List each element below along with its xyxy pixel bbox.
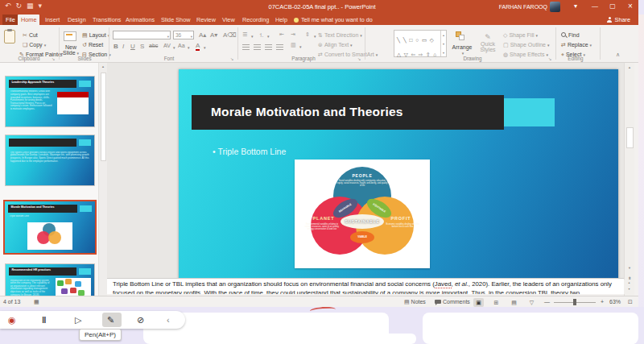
citation-link[interactable]: Javed <box>435 280 452 288</box>
columns-icon[interactable]: ▥ <box>291 42 296 48</box>
shape-fill-button[interactable]: ◇Shape Fill▾ <box>503 32 538 39</box>
scroll-down-icon[interactable]: ▼ <box>625 266 634 270</box>
slide-thumbnail-4[interactable]: Recommended HR practices Introduction of… <box>6 264 94 296</box>
reset-button[interactable]: ↺Reset <box>82 42 103 48</box>
line-spacing-icon[interactable]: ⇕ <box>305 31 310 38</box>
tab-recording[interactable]: Recording <box>239 15 272 25</box>
underline-button[interactable]: U <box>130 43 135 50</box>
character-spacing-button[interactable]: AV <box>163 43 171 48</box>
convert-smartart-button[interactable]: ⇄Convert to SmartArt▾ <box>318 52 378 58</box>
slide-editing-area[interactable]: Morale Motivation and Theories • Triple … <box>179 69 618 278</box>
new-slide-button[interactable]: NewSlide▾ <box>63 44 79 56</box>
tab-home[interactable]: Home <box>18 15 39 25</box>
notes-text[interactable]: Triple Bottom Line or TBL implies that a… <box>113 280 612 294</box>
slide-title[interactable]: Morale Motivation and Theories <box>211 105 403 119</box>
recording-toolbar[interactable]: ◉ ‖ ▷ ✎ ⊘ ‹ <box>0 311 185 329</box>
tab-design[interactable]: Design <box>64 15 89 25</box>
scroll-up-icon[interactable]: ▲ <box>625 65 634 69</box>
slideshow-view-button[interactable]: ▽ <box>526 298 537 307</box>
numbering-icon[interactable]: ⒈ <box>258 31 264 39</box>
shape-outline-button[interactable]: ▢Shape Outline▾ <box>503 42 550 48</box>
minimize-button[interactable]: — <box>588 2 602 10</box>
tab-review[interactable]: Review <box>193 15 219 25</box>
slide-thumbnail-1[interactable]: Leadership Approach Theories Transformat… <box>6 77 94 126</box>
tab-slide-show[interactable]: Slide Show <box>158 15 194 25</box>
record-icon[interactable]: ◉ <box>8 314 16 325</box>
bullets-icon[interactable]: ☰ <box>242 31 247 38</box>
zoom-slider-handle[interactable] <box>573 299 576 305</box>
zoom-in-icon[interactable]: + <box>601 299 604 305</box>
pen-icon[interactable]: ✎ <box>107 314 114 325</box>
slide-thumbnail-3-selected[interactable]: Morale Motivation and Theories Triple Bo… <box>5 201 95 253</box>
copy-button[interactable]: ❏Copy▾ <box>23 42 46 48</box>
shrink-font-icon[interactable]: A▾ <box>210 31 217 39</box>
align-center-icon[interactable] <box>254 44 261 50</box>
slide-bullet[interactable]: • Triple Bottom Line <box>213 147 286 156</box>
zoom-percentage[interactable]: 63% <box>609 299 621 305</box>
user-name[interactable]: FARHAN FAROOQ <box>499 4 547 10</box>
slide-thumbnail-2[interactable]: The Sports Direct provides various leisu… <box>6 135 94 185</box>
drawing-launcher-icon[interactable]: ↘ <box>548 56 551 61</box>
grow-font-icon[interactable]: A▴ <box>199 31 206 39</box>
tab-help[interactable]: Help <box>272 15 291 25</box>
quick-styles-button[interactable]: ✎QuickStyles <box>478 33 497 52</box>
eraser-icon[interactable]: ⊘ <box>137 314 144 325</box>
change-case-button[interactable]: Aa <box>178 43 185 48</box>
notes-pane[interactable]: Triple Bottom Line or TBL implies that a… <box>107 278 624 294</box>
font-name-combo[interactable]: ▾ <box>113 31 171 39</box>
collapse-ribbon-icon[interactable]: ∧ <box>616 52 620 58</box>
slide-sorter-view-button[interactable]: ⊞ <box>491 298 502 307</box>
align-right-icon[interactable] <box>265 44 272 50</box>
reading-view-button[interactable]: ▤ <box>509 298 519 307</box>
main-vertical-scrollbar[interactable]: ▲ ▼ ⇞ ⇟ <box>624 63 634 296</box>
clipboard-launcher-icon[interactable]: ↘ <box>52 56 55 61</box>
replace-button[interactable]: ⇄Replace▾ <box>561 42 592 48</box>
user-avatar[interactable] <box>550 2 560 12</box>
comments-toggle[interactable]: Comments <box>435 299 470 305</box>
fit-to-window-icon[interactable]: ⊡ <box>628 299 633 305</box>
paragraph-launcher-icon[interactable]: ↘ <box>357 56 361 61</box>
shapes-gallery[interactable]: ╲ ╲ □ ○ ▭ ◇ △ ▽ ⇦ ⇨ ⇧ ⌂ ☆ ⌒ { } ∿ ◇ ▴▾▾ <box>394 30 447 57</box>
font-launcher-icon[interactable]: ↘ <box>230 56 233 61</box>
decrease-indent-icon[interactable]: ⇤ <box>279 31 284 38</box>
bold-button[interactable]: B <box>114 43 118 50</box>
maximize-button[interactable]: ▢ <box>605 2 620 10</box>
venn-diagram-image[interactable]: BEARABLE EQUITABLE VIABLE SUSTAINABLE PE… <box>295 160 430 268</box>
strikethrough-button[interactable]: abc <box>149 43 158 48</box>
text-direction-button[interactable]: ⇅Text Direction▾ <box>318 32 362 39</box>
text-shadow-button[interactable]: S <box>140 43 144 50</box>
justify-icon[interactable] <box>276 44 283 50</box>
shapes-gallery-scrollbar[interactable]: ▴▾▾ <box>440 31 446 56</box>
banner-accent-rect[interactable] <box>504 98 555 126</box>
share-button[interactable]: Share <box>607 15 630 25</box>
paste-button[interactable] <box>4 30 15 44</box>
tell-me-box[interactable]: Tell me what you want to do <box>294 15 373 25</box>
tab-animations[interactable]: Animations <box>122 15 158 25</box>
pointer-icon[interactable]: ▷ <box>75 314 81 325</box>
close-button[interactable]: × <box>623 2 638 10</box>
font-color-button[interactable]: A <box>196 43 200 51</box>
align-left-icon[interactable] <box>242 44 250 50</box>
normal-view-button[interactable]: ▣ <box>473 298 484 307</box>
font-size-combo[interactable]: 36▾ <box>173 31 194 39</box>
collapse-toolbar-icon[interactable]: ‹ <box>167 314 170 325</box>
tab-view[interactable]: View <box>219 15 238 25</box>
zoom-out-icon[interactable]: — <box>544 299 550 305</box>
notes-toggle[interactable]: ▤ Notes <box>404 299 426 305</box>
increase-indent-icon[interactable]: ⇥ <box>291 31 295 38</box>
thumbnail-panel-scrollbar[interactable]: ▲ <box>98 63 107 296</box>
cut-button[interactable]: ✂Cut <box>23 32 38 39</box>
notes-scrollbar[interactable]: ▴▾ <box>624 280 634 294</box>
tab-insert[interactable]: Insert <box>42 15 63 25</box>
clear-formatting-icon[interactable]: A⌫ <box>223 31 237 39</box>
italic-button[interactable]: I <box>122 43 124 50</box>
tab-file[interactable]: File <box>2 15 19 25</box>
shape-effects-button[interactable]: ◍Shape Effects▾ <box>503 52 548 58</box>
find-button[interactable]: Find <box>561 32 580 38</box>
scroll-up-icon[interactable]: ▲ <box>99 64 107 68</box>
ribbon-display-options-icon[interactable]: ▾ <box>568 2 583 10</box>
align-text-button[interactable]: ⊜Align Text▾ <box>318 42 353 48</box>
pause-icon[interactable]: ‖ <box>42 314 46 325</box>
display-settings-icon[interactable]: ▦ <box>34 299 39 305</box>
layout-button[interactable]: ▤Layout▾ <box>82 32 109 39</box>
